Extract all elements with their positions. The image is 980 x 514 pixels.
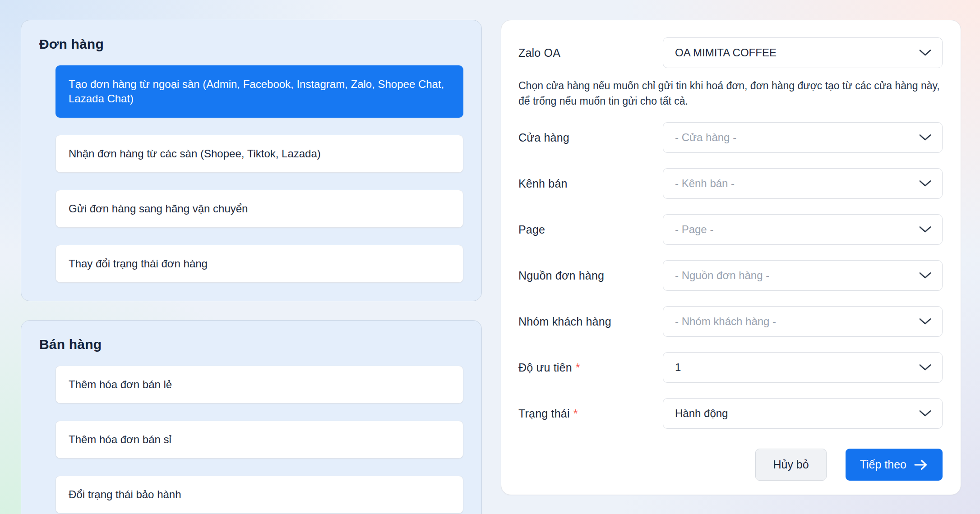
- select-value: 1: [675, 361, 681, 374]
- form-panel: Zalo OA OA MIMITA COFFEE Chọn cửa hàng n…: [501, 20, 961, 495]
- trang-thai-select[interactable]: Hành động: [663, 398, 943, 429]
- arrow-right-icon: [914, 459, 928, 471]
- cua-hang-select[interactable]: - Cửa hàng -: [663, 122, 943, 153]
- field-label-page: Page: [518, 223, 663, 236]
- required-asterisk: *: [573, 407, 578, 420]
- section-title-don-hang: Đơn hàng: [39, 37, 463, 52]
- field-label-zalo-oa: Zalo OA: [518, 46, 663, 60]
- select-placeholder: - Cửa hàng -: [675, 131, 736, 144]
- chevron-down-icon: [919, 226, 931, 233]
- select-placeholder: - Nhóm khách hàng -: [675, 315, 776, 328]
- chevron-down-icon: [919, 410, 931, 417]
- ban-hang-button-list: Thêm hóa đơn bán lẻ Thêm hóa đơn bán sỉ …: [55, 366, 463, 514]
- form-row-kenh-ban: Kênh bán - Kênh bán -: [518, 168, 943, 199]
- form-row-page: Page - Page -: [518, 214, 943, 245]
- chevron-down-icon: [919, 272, 931, 279]
- don-hang-button-list: Tạo đơn hàng từ ngoại sàn (Admin, Facebo…: [55, 65, 463, 283]
- nhom-khach-hang-select[interactable]: - Nhóm khách hàng -: [663, 306, 943, 337]
- zalo-oa-select[interactable]: OA MIMITA COFFEE: [663, 37, 943, 68]
- form-row-do-uu-tien: Độ ưu tiên* 1: [518, 352, 943, 383]
- chevron-down-icon: [919, 318, 931, 325]
- event-button-them-hoa-don-ban-le[interactable]: Thêm hóa đơn bán lẻ: [55, 366, 463, 404]
- next-button[interactable]: Tiếp theo: [846, 449, 943, 481]
- chevron-down-icon: [919, 134, 931, 141]
- event-button-gui-don-hang-van-chuyen[interactable]: Gửi đơn hàng sang hãng vận chuyển: [55, 190, 463, 228]
- select-placeholder: - Nguồn đơn hàng -: [675, 269, 769, 282]
- section-title-ban-hang: Bán hàng: [39, 337, 463, 352]
- event-button-thay-doi-trang-thai-don-hang[interactable]: Thay đổi trạng thái đơn hàng: [55, 245, 463, 283]
- field-label-kenh-ban: Kênh bán: [518, 177, 663, 190]
- form-row-cua-hang: Cửa hàng - Cửa hàng -: [518, 122, 943, 153]
- store-filter-note: Chọn cửa hàng nếu muốn chỉ gửi tin khi h…: [518, 78, 943, 109]
- kenh-ban-select[interactable]: - Kênh bán -: [663, 168, 943, 199]
- section-ban-hang: Bán hàng Thêm hóa đơn bán lẻ Thêm hóa đơ…: [21, 320, 482, 514]
- field-label-nhom-khach-hang: Nhóm khách hàng: [518, 315, 663, 328]
- field-label-cua-hang: Cửa hàng: [518, 131, 663, 144]
- select-value: OA MIMITA COFFEE: [675, 46, 777, 59]
- select-placeholder: - Kênh bán -: [675, 177, 735, 190]
- do-uu-tien-select[interactable]: 1: [663, 352, 943, 383]
- required-asterisk: *: [576, 361, 580, 374]
- page-select[interactable]: - Page -: [663, 214, 943, 245]
- chevron-down-icon: [919, 49, 931, 56]
- event-sections-column: Đơn hàng Tạo đơn hàng từ ngoại sàn (Admi…: [21, 20, 482, 514]
- nguon-don-hang-select[interactable]: - Nguồn đơn hàng -: [663, 260, 943, 291]
- section-don-hang: Đơn hàng Tạo đơn hàng từ ngoại sàn (Admi…: [21, 20, 482, 301]
- form-row-zalo-oa: Zalo OA OA MIMITA COFFEE: [518, 37, 943, 68]
- form-footer: Hủy bỏ Tiếp theo: [518, 449, 943, 481]
- event-button-them-hoa-don-ban-si[interactable]: Thêm hóa đơn bán sỉ: [55, 421, 463, 459]
- event-button-tao-don-hang-ngoai-san[interactable]: Tạo đơn hàng từ ngoại sàn (Admin, Facebo…: [55, 65, 463, 118]
- form-row-nguon-don-hang: Nguồn đơn hàng - Nguồn đơn hàng -: [518, 260, 943, 291]
- select-value: Hành động: [675, 407, 728, 420]
- event-button-nhan-don-hang-tu-san[interactable]: Nhận đơn hàng từ các sàn (Shopee, Tiktok…: [55, 135, 463, 173]
- page-background: Đơn hàng Tạo đơn hàng từ ngoại sàn (Admi…: [0, 0, 980, 514]
- cancel-button[interactable]: Hủy bỏ: [755, 449, 826, 481]
- chevron-down-icon: [919, 364, 931, 371]
- field-label-nguon-don-hang: Nguồn đơn hàng: [518, 269, 663, 282]
- chevron-down-icon: [919, 180, 931, 187]
- form-row-nhom-khach-hang: Nhóm khách hàng - Nhóm khách hàng -: [518, 306, 943, 337]
- field-label-trang-thai: Trạng thái*: [518, 407, 663, 420]
- event-button-doi-trang-thai-bao-hanh[interactable]: Đổi trạng thái bảo hành: [55, 476, 463, 514]
- next-button-label: Tiếp theo: [860, 458, 906, 471]
- form-row-trang-thai: Trạng thái* Hành động: [518, 398, 943, 429]
- select-placeholder: - Page -: [675, 223, 713, 236]
- field-label-do-uu-tien: Độ ưu tiên*: [518, 361, 663, 374]
